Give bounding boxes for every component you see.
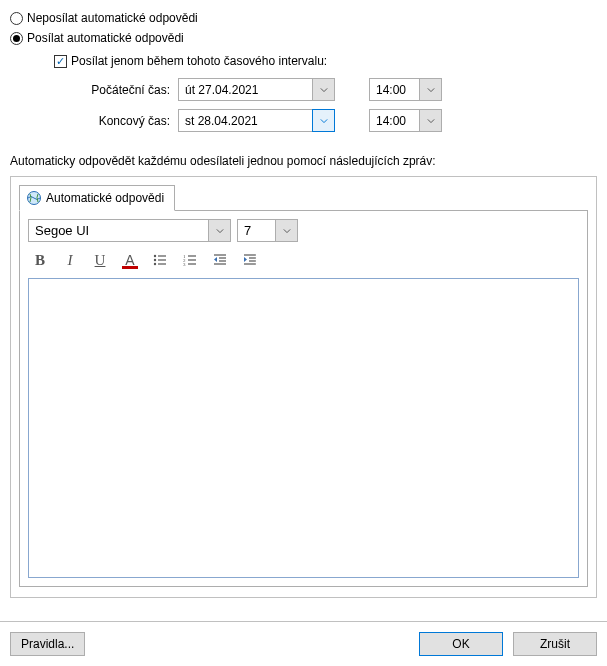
chevron-down-icon <box>320 86 328 94</box>
start-time-dropdown[interactable] <box>419 78 442 101</box>
chevron-down-icon <box>283 227 291 235</box>
radio-send[interactable] <box>10 32 23 45</box>
font-size-input[interactable] <box>237 219 275 242</box>
end-date-input[interactable] <box>178 109 312 132</box>
bulleted-list-button[interactable] <box>150 250 170 270</box>
start-date-input[interactable] <box>178 78 312 101</box>
font-name-input[interactable] <box>28 219 208 242</box>
decrease-indent-button[interactable] <box>210 250 230 270</box>
cancel-button[interactable]: Zrušit <box>513 632 597 656</box>
underline-button[interactable]: U <box>90 250 110 270</box>
checkbox-time-range[interactable]: ✓ <box>54 55 67 68</box>
bold-button[interactable]: B <box>30 250 50 270</box>
svg-text:3: 3 <box>183 262 186 267</box>
font-color-button[interactable]: A <box>120 250 140 270</box>
end-time-label: Koncový čas: <box>82 114 170 128</box>
decrease-indent-icon <box>212 252 228 268</box>
start-time-label: Počáteční čas: <box>82 83 170 97</box>
bulleted-list-icon <box>152 252 168 268</box>
numbered-list-button[interactable]: 1 2 3 <box>180 250 200 270</box>
italic-button[interactable]: I <box>60 250 80 270</box>
rules-button[interactable]: Pravidla... <box>10 632 85 656</box>
chevron-down-icon <box>216 227 224 235</box>
svg-point-5 <box>154 263 156 265</box>
chevron-down-icon <box>427 117 435 125</box>
checkbox-time-range-label: Posílat jenom během tohoto časového inte… <box>71 54 327 68</box>
numbered-list-icon: 1 2 3 <box>182 252 198 268</box>
radio-do-not-send[interactable] <box>10 12 23 25</box>
radio-do-not-send-label: Neposílat automatické odpovědi <box>27 11 198 25</box>
ok-button[interactable]: OK <box>419 632 503 656</box>
chevron-down-icon <box>427 86 435 94</box>
tab-auto-replies[interactable]: Automatické odpovědi <box>19 185 175 211</box>
radio-send-label: Posílat automatické odpovědi <box>27 31 184 45</box>
message-body-editor[interactable] <box>28 278 579 578</box>
increase-indent-button[interactable] <box>240 250 260 270</box>
globe-icon <box>26 190 42 206</box>
tab-auto-replies-label: Automatické odpovědi <box>46 191 164 205</box>
end-time-dropdown[interactable] <box>419 109 442 132</box>
end-date-dropdown[interactable] <box>312 109 335 132</box>
instruction-text: Automaticky odpovědět každému odesílatel… <box>0 140 607 176</box>
svg-point-3 <box>154 259 156 261</box>
chevron-down-icon <box>320 117 328 125</box>
increase-indent-icon <box>242 252 258 268</box>
svg-point-1 <box>154 255 156 257</box>
font-size-dropdown[interactable] <box>275 219 298 242</box>
start-date-dropdown[interactable] <box>312 78 335 101</box>
font-name-dropdown[interactable] <box>208 219 231 242</box>
start-time-input[interactable] <box>369 78 419 101</box>
end-time-input[interactable] <box>369 109 419 132</box>
